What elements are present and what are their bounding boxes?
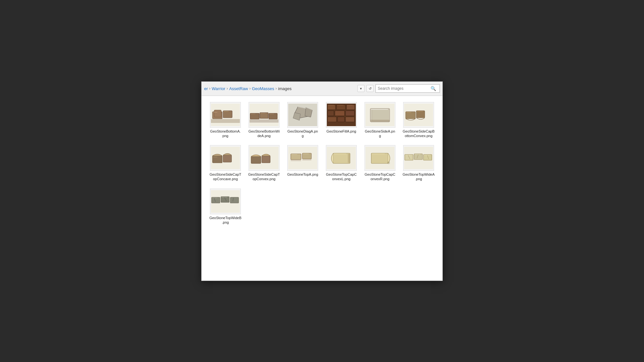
svg-rect-40 bbox=[406, 112, 415, 119]
files-grid: GeoStoneBottomA.png bbox=[207, 100, 437, 227]
svg-rect-10 bbox=[269, 113, 277, 119]
file-label-geo-stone-top-wide-a: GeoStoneTopWideA.png bbox=[402, 172, 435, 181]
svg-rect-56 bbox=[291, 160, 301, 161]
svg-rect-29 bbox=[337, 117, 345, 122]
breadcrumb-geomasses[interactable]: GeoMasses bbox=[252, 86, 274, 91]
thumbnail-geo-stone-top-wide-b bbox=[210, 189, 241, 214]
file-label-geo-stone-fill-a: GeoStoneFillA.png bbox=[327, 129, 356, 134]
svg-rect-69 bbox=[423, 154, 432, 160]
breadcrumb-dropdown-button[interactable]: ▾ bbox=[357, 85, 365, 92]
file-label-geo-stone-top-cap-convex-r: GeoStoneTopCapConvexR.png bbox=[364, 172, 396, 181]
thumbnail-geo-stone-top-a bbox=[287, 145, 318, 171]
thumbnail-geo-stone-top-wide-a bbox=[403, 145, 434, 171]
file-item-geo-stone-sidecap-bottom-convex[interactable]: GeoStoneSideCapBottomConvex.png bbox=[400, 100, 437, 141]
file-item-geo-stone-sidecap-top-convex[interactable]: GeoStoneSideCapTopConvex.png bbox=[245, 143, 283, 184]
file-item-geo-stone-bottom-a[interactable]: GeoStoneBottomA.png bbox=[207, 100, 244, 141]
breadcrumb: er › Warrior › AssetRaw › GeoMasses › im… bbox=[204, 86, 355, 91]
file-content-area: GeoStoneBottomA.png bbox=[202, 96, 442, 281]
file-browser-window: er › Warrior › AssetRaw › GeoMasses › im… bbox=[201, 81, 443, 281]
file-label-geo-stone-bottom-wide-a: GeoStoneBottomWideA.png bbox=[248, 129, 280, 138]
file-item-geo-stone-top-wide-a[interactable]: GeoStoneTopWideA.png bbox=[400, 143, 437, 184]
thumbnail-geo-stone-bottom-wide-a bbox=[249, 102, 279, 128]
file-label-geo-stone-diag-a: GeoStoneDiagA.png bbox=[287, 129, 319, 138]
svg-rect-67 bbox=[405, 154, 413, 160]
svg-rect-53 bbox=[302, 153, 311, 159]
file-item-geo-stone-top-cap-convex-r[interactable]: GeoStoneTopCapConvexR.png bbox=[361, 143, 399, 184]
svg-rect-27 bbox=[346, 111, 355, 116]
svg-rect-52 bbox=[291, 154, 301, 160]
breadcrumb-warrior[interactable]: Warrior bbox=[212, 86, 225, 91]
breadcrumb-images[interactable]: images bbox=[278, 86, 292, 91]
svg-rect-30 bbox=[346, 117, 355, 122]
svg-rect-6 bbox=[211, 119, 240, 123]
search-box: 🔍 bbox=[375, 84, 440, 93]
thumbnail-geo-stone-sidecap-top-convex bbox=[249, 145, 279, 171]
thumbnail-geo-stone-top-cap-convex-r bbox=[365, 145, 395, 171]
file-item-geo-stone-diag-a[interactable]: GeoStoneDiagA.png bbox=[284, 100, 321, 141]
thumbnail-geo-stone-diag-a bbox=[287, 102, 318, 128]
svg-rect-3 bbox=[214, 110, 221, 117]
svg-rect-41 bbox=[416, 111, 425, 118]
svg-rect-9 bbox=[260, 113, 268, 118]
svg-rect-63 bbox=[371, 153, 388, 163]
svg-rect-8 bbox=[250, 113, 259, 119]
svg-rect-2 bbox=[223, 111, 232, 118]
file-item-geo-stone-top-wide-b[interactable]: GeoStoneTopWideB.png bbox=[207, 186, 244, 227]
breadcrumb-er[interactable]: er bbox=[204, 86, 208, 91]
svg-rect-45 bbox=[213, 156, 222, 163]
file-item-geo-stone-side-a[interactable]: GeoStoneSideA.png bbox=[361, 100, 399, 141]
svg-rect-59 bbox=[333, 153, 350, 163]
thumbnail-geo-stone-sidecap-bottom-convex bbox=[403, 102, 434, 128]
file-item-geo-stone-sidecap-top-concave[interactable]: GeoStoneSideCapTopConcave.png bbox=[207, 143, 244, 184]
svg-rect-50 bbox=[262, 156, 270, 163]
thumbnail-geo-stone-top-cap-convex-l bbox=[326, 145, 357, 171]
file-item-geo-stone-fill-a[interactable]: GeoStoneFillA.png bbox=[323, 100, 360, 141]
search-icon[interactable]: 🔍 bbox=[431, 86, 436, 91]
thumbnail-geo-stone-side-a bbox=[365, 102, 395, 128]
file-item-geo-stone-top-cap-convex-l[interactable]: GeoStoneTopCapConvexL.png bbox=[323, 143, 360, 184]
file-label-geo-stone-side-a: GeoStoneSideA.png bbox=[364, 129, 396, 138]
svg-rect-25 bbox=[327, 111, 334, 116]
file-label-geo-stone-top-cap-convex-l: GeoStoneTopCapConvexL.png bbox=[325, 172, 357, 181]
svg-rect-26 bbox=[335, 111, 345, 116]
file-item-geo-stone-bottom-wide-a[interactable]: GeoStoneBottomWideA.png bbox=[245, 100, 283, 141]
file-item-geo-stone-top-a[interactable]: GeoStoneTopA.png bbox=[284, 143, 321, 184]
thumbnail-geo-stone-sidecap-top-concave bbox=[210, 145, 241, 171]
file-label-geo-stone-top-a: GeoStoneTopA.png bbox=[287, 172, 318, 177]
file-label-geo-stone-sidecap-top-concave: GeoStoneSideCapTopConcave.png bbox=[209, 172, 242, 181]
svg-rect-49 bbox=[251, 156, 261, 163]
svg-point-65 bbox=[387, 162, 390, 164]
thumbnail-geo-stone-bottom-a bbox=[210, 102, 241, 128]
svg-rect-38 bbox=[370, 120, 390, 122]
file-label-geo-stone-sidecap-top-convex: GeoStoneSideCapTopConvex.png bbox=[248, 172, 280, 181]
svg-rect-14 bbox=[250, 119, 279, 123]
svg-rect-61 bbox=[348, 154, 350, 163]
thumbnail-geo-stone-fill-a bbox=[326, 102, 357, 128]
svg-rect-77 bbox=[212, 197, 220, 203]
file-label-geo-stone-sidecap-bottom-convex: GeoStoneSideCapBottomConvex.png bbox=[402, 129, 435, 138]
svg-rect-78 bbox=[221, 197, 229, 202]
breadcrumb-assetraw[interactable]: AssetRaw bbox=[229, 86, 248, 91]
file-label-geo-stone-bottom-a: GeoStoneBottomA.png bbox=[209, 129, 242, 138]
svg-rect-79 bbox=[230, 197, 239, 203]
toolbar: er › Warrior › AssetRaw › GeoMasses › im… bbox=[202, 82, 442, 96]
svg-rect-36 bbox=[372, 109, 390, 121]
refresh-button[interactable]: ↺ bbox=[366, 85, 374, 92]
svg-rect-28 bbox=[327, 117, 336, 122]
svg-rect-46 bbox=[223, 155, 232, 162]
search-input[interactable] bbox=[378, 86, 429, 91]
svg-rect-57 bbox=[302, 159, 311, 161]
file-label-geo-stone-top-wide-b: GeoStoneTopWideB.png bbox=[209, 216, 242, 225]
